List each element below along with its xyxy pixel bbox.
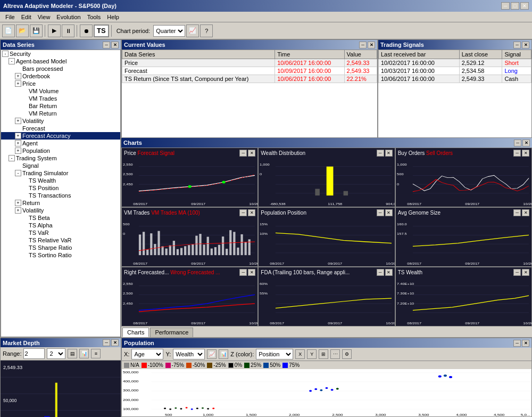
expand-icon[interactable]: + (15, 140, 21, 146)
chart-close-btn[interactable]: ✕ (248, 269, 255, 276)
chart-minimize-btn[interactable]: ─ (239, 150, 247, 157)
tree-item-trading-simulator[interactable]: -Trading Simulator (1, 169, 120, 177)
cv-close-btn[interactable]: ✕ (368, 42, 375, 48)
minimize-button[interactable]: ─ (501, 2, 510, 10)
expand-icon[interactable]: + (15, 133, 21, 139)
charts-minimize-btn[interactable]: ─ (514, 140, 521, 146)
tree-item-ts-position[interactable]: TS Position (1, 184, 120, 192)
play-button[interactable]: ▶ (48, 24, 61, 37)
panel-close-btn[interactable]: ✕ (111, 42, 119, 48)
save-button[interactable]: 💾 (30, 24, 43, 37)
tree-item-orderbook[interactable]: +Orderbook (1, 72, 120, 80)
tree-item-signal[interactable]: Signal (1, 162, 120, 169)
tree-item-population[interactable]: +Population (1, 147, 120, 154)
ts-button[interactable]: TS (94, 24, 109, 37)
chart-icon-button[interactable]: 📈 (186, 24, 199, 37)
ts-minimize-btn[interactable]: ─ (513, 42, 521, 48)
tree-item-vm-return[interactable]: VM Return (1, 110, 120, 117)
tree-item-forecast[interactable]: Forecast (1, 125, 120, 132)
tree-item-ts-var[interactable]: TS VaR (1, 229, 120, 236)
chart-close-btn[interactable]: ✕ (248, 209, 255, 216)
tree-item-return[interactable]: +Return (1, 199, 120, 207)
chart-minimize-btn[interactable]: ─ (377, 150, 384, 157)
tree-container[interactable]: -Security-Agent-based ModelBars processe… (1, 50, 121, 337)
tree-item-forecast-accuracy[interactable]: +Forecast Accuracy (1, 132, 120, 140)
z-axis-select[interactable]: PositionAgeWealth (256, 349, 293, 359)
chart-close-btn[interactable]: ✕ (385, 209, 393, 216)
tree-item-bars-processed[interactable]: Bars processed (1, 65, 120, 72)
tree-item-vm-volume[interactable]: VM Volume (1, 87, 120, 95)
expand-icon[interactable]: - (15, 170, 21, 176)
new-button[interactable]: 📄 (2, 24, 15, 37)
open-button[interactable]: 📂 (16, 24, 29, 37)
chart-minimize-btn[interactable]: ─ (513, 209, 521, 216)
panel-minimize-btn[interactable]: ─ (103, 42, 110, 48)
tree-item-bar-return[interactable]: Bar Return (1, 102, 120, 110)
expand-icon[interactable]: - (9, 155, 15, 161)
expand-icon[interactable]: + (15, 118, 21, 124)
chart-period-select[interactable]: Quarter Day Week Year (153, 25, 185, 37)
chart-minimize-btn[interactable]: ─ (377, 269, 384, 276)
chart-close-btn[interactable]: ✕ (385, 150, 393, 157)
record-button[interactable]: ⏺ (80, 24, 93, 37)
tree-item-vm-trades[interactable]: VM Trades (1, 95, 120, 102)
md-btn-2[interactable]: 📊 (79, 349, 89, 358)
chart-minimize-btn[interactable]: ─ (513, 150, 521, 157)
tree-item-security[interactable]: -Security (1, 50, 120, 58)
md-btn-1[interactable]: ▤ (68, 349, 77, 358)
range-dropdown[interactable]: 2510 (47, 348, 65, 359)
help-button[interactable]: ? (200, 24, 213, 37)
cv-minimize-btn[interactable]: ─ (359, 42, 367, 48)
pop-scatter-btn[interactable]: ⋯ (330, 349, 340, 359)
tree-item-ts-sortino-ratio[interactable]: TS Sortino Ratio (1, 251, 120, 259)
tab-charts[interactable]: Charts (122, 328, 149, 337)
chart-close-btn[interactable]: ✕ (385, 269, 393, 276)
pop-y-btn[interactable]: Y (307, 349, 317, 359)
close-button[interactable]: ✕ (520, 2, 529, 10)
chart-minimize-btn[interactable]: ─ (377, 209, 384, 216)
menu-help[interactable]: Help (104, 13, 122, 21)
tree-item-trading-system[interactable]: -Trading System (1, 154, 120, 162)
pop-settings-btn[interactable]: ⚙ (342, 349, 352, 359)
ts-close-btn[interactable]: ✕ (522, 42, 529, 48)
tree-item-ts-relative-var[interactable]: TS Relative VaR (1, 236, 120, 244)
md-close-btn[interactable]: ✕ (111, 339, 119, 346)
expand-icon[interactable]: - (2, 51, 9, 57)
pop-x-btn[interactable]: X (295, 349, 305, 359)
expand-icon[interactable]: + (15, 73, 21, 79)
charts-close-btn[interactable]: ✕ (522, 140, 530, 146)
tree-item-volatility[interactable]: +Volatility (1, 117, 120, 125)
chart-minimize-btn[interactable]: ─ (239, 269, 247, 276)
menu-edit[interactable]: Edit (18, 13, 35, 21)
chart-close-btn[interactable]: ✕ (248, 150, 255, 157)
expand-icon[interactable]: + (15, 80, 21, 87)
expand-icon[interactable]: + (15, 148, 21, 154)
tree-item-ts-transactions[interactable]: TS Transactions (1, 192, 120, 199)
md-minimize-btn[interactable]: ─ (103, 339, 110, 346)
chart-close-btn[interactable]: ✕ (522, 150, 529, 157)
pop-close-btn[interactable]: ✕ (522, 340, 529, 347)
range-input[interactable] (23, 348, 45, 359)
tree-item-ts-sharpe-ratio[interactable]: TS Sharpe Ratio (1, 244, 120, 251)
expand-icon[interactable]: + (15, 207, 21, 214)
chart-minimize-btn[interactable]: ─ (239, 209, 247, 216)
tree-item-ts-beta[interactable]: TS Beta (1, 214, 120, 222)
md-btn-3[interactable]: ≡ (91, 349, 101, 358)
tree-item-ts-wealth[interactable]: TS Wealth (1, 177, 120, 184)
tree-item-volatility[interactable]: +Volatility (1, 207, 120, 214)
maximize-button[interactable]: □ (511, 2, 519, 10)
pop-chart-btn1[interactable]: 📈 (207, 349, 217, 359)
tree-item-price[interactable]: +Price (1, 80, 120, 87)
tree-item-agent[interactable]: +Agent (1, 140, 120, 147)
y-axis-select[interactable]: WealthAgePosition (173, 349, 205, 359)
pop-minimize-btn[interactable]: ─ (513, 340, 521, 347)
tree-item-agent-based-model[interactable]: -Agent-based Model (1, 58, 120, 65)
tree-item-ts-alpha[interactable]: TS Alpha (1, 222, 120, 229)
expand-icon[interactable]: + (15, 200, 21, 206)
pause-button[interactable]: ⏸ (62, 24, 74, 37)
menu-view[interactable]: View (35, 13, 54, 21)
chart-close-btn[interactable]: ✕ (522, 269, 529, 276)
pop-chart-btn2[interactable]: 📊 (219, 349, 228, 359)
menu-tools[interactable]: Tools (84, 13, 104, 21)
menu-evolution[interactable]: Evolution (53, 13, 84, 21)
